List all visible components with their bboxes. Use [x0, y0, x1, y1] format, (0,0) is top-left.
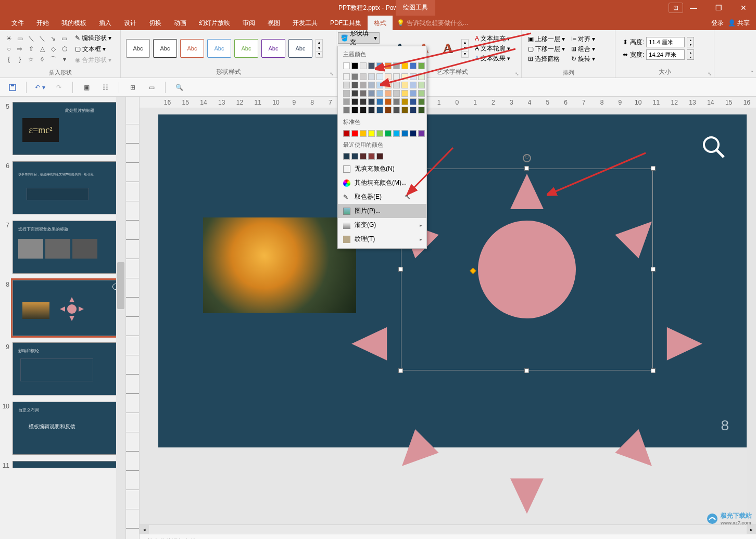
eyedropper-item[interactable]: ✎取色器(E): [338, 190, 426, 204]
color-swatch[interactable]: [343, 90, 350, 97]
shape-callout-icon[interactable]: ◊: [37, 55, 47, 64]
shape-brace2-icon[interactable]: }: [15, 55, 24, 64]
more-colors-item[interactable]: 其他填充颜色(M)...: [338, 176, 426, 190]
color-swatch[interactable]: [385, 62, 392, 69]
color-swatch[interactable]: [368, 130, 375, 137]
shape-diamond-icon[interactable]: ◇: [48, 44, 58, 54]
slide-thumbnails-pane[interactable]: 5 此处照片的标题 ε=mc² 6 该事件的名目，或是持续的论文域声明提供的一般…: [0, 97, 126, 539]
style-preset-1[interactable]: Abc: [126, 39, 150, 58]
color-swatch[interactable]: [385, 90, 392, 97]
tab-review[interactable]: 审阅: [236, 16, 261, 31]
color-swatch[interactable]: [401, 73, 408, 80]
color-swatch[interactable]: [385, 98, 392, 105]
shape-textbox-icon[interactable]: ▭: [15, 34, 24, 43]
resize-handle-ml[interactable]: [398, 267, 403, 272]
shape-oval-icon[interactable]: ○: [4, 44, 14, 54]
shape-more-icon[interactable]: ▾: [60, 55, 69, 64]
color-swatch[interactable]: [410, 98, 417, 105]
text-outline-button[interactable]: A文本轮廓 ▾: [475, 44, 510, 53]
rotation-handle[interactable]: [523, 154, 531, 162]
style-preset-4[interactable]: Abc: [207, 39, 231, 58]
style-preset-5[interactable]: Abc: [234, 39, 258, 58]
color-swatch[interactable]: [393, 82, 400, 88]
shape-curved-icon[interactable]: ⌒: [48, 55, 58, 64]
color-swatch[interactable]: [393, 90, 400, 97]
shape-star-icon[interactable]: ☆: [27, 55, 36, 64]
shapes-gallery[interactable]: ☀▭＼＼↘▭ ○⇨⇧△◇⬠ {}☆◊⌒▾: [3, 33, 71, 65]
color-swatch[interactable]: [343, 107, 350, 113]
tab-developer[interactable]: 开发工具: [286, 16, 324, 31]
resize-handle-tm[interactable]: [524, 166, 529, 171]
color-swatch[interactable]: [410, 82, 417, 88]
undo-button[interactable]: ↶ ▾: [35, 82, 45, 93]
color-swatch[interactable]: [418, 107, 425, 113]
text-effects-button[interactable]: A文本效果 ▾: [475, 54, 510, 63]
color-swatch[interactable]: [343, 82, 350, 88]
color-swatch[interactable]: [418, 73, 425, 80]
slide-thumbnail-8[interactable]: [12, 280, 123, 336]
slide-thumbnail-10[interactable]: 自定义布局 模板编辑说明和反馈: [12, 402, 123, 455]
color-swatch[interactable]: [418, 90, 425, 97]
sun-shape-selection[interactable]: [401, 169, 653, 370]
thumb-row-5[interactable]: 5 此处照片的标题 ε=mc²: [0, 100, 125, 159]
edit-shape-button[interactable]: ✎编辑形状 ▾: [74, 33, 116, 43]
color-swatch[interactable]: [393, 130, 400, 137]
share-button[interactable]: 👤 共享: [728, 19, 750, 28]
color-swatch[interactable]: [351, 62, 358, 69]
color-swatch[interactable]: [360, 153, 367, 160]
tab-home[interactable]: 开始: [30, 16, 55, 31]
color-swatch[interactable]: [376, 130, 383, 137]
shape-rect-icon[interactable]: ▭: [60, 34, 69, 43]
thumb-row-8[interactable]: 8: [0, 278, 125, 340]
color-swatch[interactable]: [418, 98, 425, 105]
tab-file[interactable]: 文件: [5, 16, 30, 31]
thumb-row-9[interactable]: 9 影响和概论: [0, 340, 125, 400]
color-swatch[interactable]: [351, 73, 358, 80]
dialog-launcher-icon[interactable]: ⤡: [708, 71, 712, 76]
login-link[interactable]: 登录: [711, 19, 724, 28]
color-swatch[interactable]: [410, 107, 417, 113]
dialog-launcher-icon[interactable]: ⤡: [515, 71, 519, 76]
shape-line-icon[interactable]: ＼: [27, 34, 36, 43]
width-spinner[interactable]: ▴▾: [687, 49, 694, 60]
color-swatch[interactable]: [401, 90, 408, 97]
color-swatch[interactable]: [410, 62, 417, 69]
wordart-gallery-scroll[interactable]: ▴▾▾: [461, 39, 469, 58]
selection-pane-button[interactable]: ⊞选择窗格: [528, 55, 565, 63]
color-swatch[interactable]: [376, 107, 383, 113]
shape-line2-icon[interactable]: ＼: [37, 34, 47, 43]
color-swatch[interactable]: [368, 153, 375, 160]
color-swatch[interactable]: [385, 73, 392, 80]
color-swatch[interactable]: [343, 130, 350, 137]
shape-style-gallery[interactable]: Abc Abc Abc Abc Abc Abc Abc ▴▾▾: [124, 37, 325, 60]
rotate-button[interactable]: ↻旋转 ▾: [571, 55, 595, 63]
group-button[interactable]: ⊞组合 ▾: [571, 45, 595, 54]
minimize-button[interactable]: —: [681, 0, 706, 16]
color-swatch[interactable]: [343, 73, 350, 80]
tab-slideshow[interactable]: 幻灯片放映: [193, 16, 236, 31]
color-swatch[interactable]: [401, 98, 408, 105]
color-swatch[interactable]: [351, 107, 358, 113]
color-swatch[interactable]: [385, 82, 392, 88]
scroll-right-button[interactable]: ▸: [747, 525, 756, 534]
merge-shapes-button[interactable]: ◉合并形状 ▾: [74, 55, 116, 65]
color-swatch[interactable]: [351, 82, 358, 88]
qat-icon-4[interactable]: ▭: [146, 82, 157, 93]
qat-icon-5[interactable]: 🔍: [174, 82, 184, 93]
scrollbar-handle[interactable]: [117, 262, 124, 309]
color-swatch[interactable]: [385, 107, 392, 113]
tab-view[interactable]: 视图: [261, 16, 286, 31]
thumb-row-11[interactable]: 11: [0, 459, 125, 469]
slide[interactable]: 8: [158, 114, 749, 447]
slide-thumbnail-6[interactable]: 该事件的名目，或是持续的论文域声明提供的一般引言。: [12, 161, 123, 214]
color-swatch[interactable]: [343, 62, 350, 69]
color-swatch[interactable]: [401, 62, 408, 69]
slide-thumbnail-11[interactable]: [12, 461, 123, 468]
color-swatch[interactable]: [360, 90, 367, 97]
tab-insert[interactable]: 插入: [93, 16, 118, 31]
scroll-left-button[interactable]: ◂: [140, 525, 149, 534]
color-swatch[interactable]: [393, 62, 400, 69]
color-swatch[interactable]: [393, 107, 400, 113]
style-preset-3[interactable]: Abc: [180, 39, 204, 58]
color-swatch[interactable]: [368, 107, 375, 113]
